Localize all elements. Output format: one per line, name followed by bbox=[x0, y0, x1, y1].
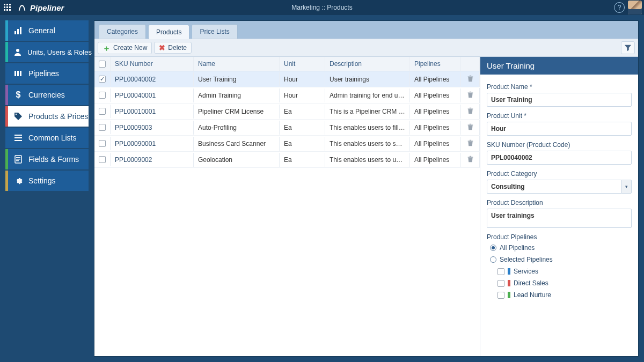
trash-icon[interactable] bbox=[467, 75, 474, 84]
color-chip bbox=[508, 280, 510, 286]
sidebar-item-currencies[interactable]: $ Currencies bbox=[5, 85, 89, 105]
svg-rect-9 bbox=[14, 31, 16, 34]
svg-rect-19 bbox=[14, 140, 22, 141]
cell-desc: User trainings bbox=[325, 72, 410, 86]
svg-rect-15 bbox=[20, 71, 21, 76]
label-product-unit: Product Unit * bbox=[487, 112, 632, 120]
sidebar-item-label: Currencies bbox=[28, 91, 65, 99]
sidebar-item-units-users-roles[interactable]: Units, Users & Roles bbox=[5, 42, 89, 62]
pipeline-checkbox-services[interactable]: Services bbox=[487, 267, 632, 276]
description-field[interactable] bbox=[487, 209, 632, 228]
row-checkbox[interactable] bbox=[99, 92, 106, 99]
user-avatar[interactable] bbox=[628, 1, 642, 14]
tab-products[interactable]: Products bbox=[148, 25, 189, 39]
svg-rect-3 bbox=[4, 6, 5, 8]
gear-icon bbox=[13, 176, 23, 185]
cell-desc: This enables users to fill acco… bbox=[325, 121, 410, 135]
currency-icon: $ bbox=[13, 90, 23, 100]
cell-sku: PPL00040002 bbox=[111, 72, 194, 86]
column-sku[interactable]: SKU Number bbox=[111, 57, 194, 71]
svg-point-12 bbox=[16, 49, 19, 52]
sidebar-item-general[interactable]: General bbox=[5, 20, 89, 41]
label-category: Product Category bbox=[487, 170, 632, 178]
tab-categories[interactable]: Categories bbox=[99, 24, 146, 39]
checkbox-icon bbox=[497, 280, 504, 287]
create-new-button[interactable]: ＋ Create New bbox=[98, 42, 152, 54]
column-description[interactable]: Description bbox=[325, 57, 410, 71]
chevron-down-icon[interactable]: ▾ bbox=[621, 180, 632, 194]
cell-name: Pipeliner CRM License bbox=[194, 105, 280, 119]
label-product-name: Product Name * bbox=[487, 83, 632, 91]
sidebar-item-label: Common Lists bbox=[28, 134, 76, 142]
product-unit-field[interactable] bbox=[487, 122, 632, 136]
product-name-field[interactable] bbox=[487, 93, 632, 107]
column-name[interactable]: Name bbox=[194, 57, 280, 71]
svg-rect-7 bbox=[6, 9, 8, 11]
sidebar-item-products-prices[interactable]: Products & Prices bbox=[5, 106, 89, 127]
delete-button[interactable]: ✖ Delete bbox=[154, 42, 192, 54]
pipeline-icon bbox=[13, 69, 23, 78]
row-checkbox[interactable] bbox=[99, 108, 106, 115]
table-row[interactable]: PPL00010001 Pipeliner CRM License Ea Thi… bbox=[94, 104, 480, 120]
select-all-checkbox[interactable] bbox=[99, 61, 106, 68]
radio-icon bbox=[490, 256, 496, 263]
funnel-icon bbox=[624, 44, 632, 51]
cell-unit: Ea bbox=[280, 137, 325, 151]
svg-rect-22 bbox=[16, 159, 20, 160]
row-checkbox[interactable] bbox=[99, 124, 106, 131]
cell-desc: This enables users to use Go… bbox=[325, 153, 410, 167]
sidebar-item-common-lists[interactable]: Common Lists bbox=[5, 128, 89, 148]
table-row[interactable]: PPL0009002 Geolocation Ea This enables u… bbox=[94, 152, 480, 168]
tab-price-lists[interactable]: Price Lists bbox=[192, 24, 237, 39]
svg-rect-10 bbox=[17, 29, 19, 34]
svg-rect-4 bbox=[6, 6, 8, 8]
column-pipelines[interactable]: Pipelines bbox=[410, 57, 461, 71]
cell-desc: Admin training for end users. … bbox=[325, 88, 410, 102]
trash-icon[interactable] bbox=[467, 107, 474, 116]
table-row[interactable]: PPL00090001 Business Card Scanner Ea Thi… bbox=[94, 136, 480, 152]
pipeline-checkbox-direct-sales[interactable]: Direct Sales bbox=[487, 278, 632, 288]
cell-pipe: All Pipelines bbox=[410, 105, 461, 119]
row-checkbox[interactable] bbox=[99, 140, 106, 147]
column-unit[interactable]: Unit bbox=[280, 57, 325, 71]
radio-icon bbox=[490, 245, 496, 251]
sidebar-item-pipelines[interactable]: Pipelines bbox=[5, 63, 89, 84]
tabs: Categories Products Price Lists bbox=[94, 21, 638, 39]
filter-button[interactable] bbox=[621, 41, 635, 54]
cell-unit: Ea bbox=[280, 153, 325, 167]
table-row[interactable]: PPL00040001 Admin Training Hour Admin tr… bbox=[94, 87, 480, 104]
help-icon[interactable]: ? bbox=[614, 2, 625, 13]
cell-pipe: All Pipelines bbox=[410, 137, 461, 151]
radio-all-pipelines[interactable]: All Pipelines bbox=[487, 243, 632, 253]
pipeline-label: Direct Sales bbox=[514, 279, 548, 287]
sidebar-item-fields-forms[interactable]: Fields & Forms bbox=[5, 149, 89, 169]
plus-icon: ＋ bbox=[103, 44, 111, 52]
cell-sku: PPL0009002 bbox=[111, 153, 194, 167]
trash-icon[interactable] bbox=[467, 139, 474, 148]
cell-unit: Ea bbox=[280, 105, 325, 119]
sidebar-item-label: Pipelines bbox=[28, 69, 59, 78]
pipeline-label: Services bbox=[514, 268, 538, 275]
cell-desc: This is a Pipeliner CRM licens… bbox=[325, 105, 410, 119]
category-select[interactable] bbox=[487, 180, 621, 194]
row-checkbox[interactable] bbox=[99, 156, 106, 163]
svg-rect-6 bbox=[4, 9, 5, 11]
svg-point-16 bbox=[16, 114, 17, 115]
svg-rect-13 bbox=[14, 71, 16, 76]
sidebar-item-settings[interactable]: Settings bbox=[5, 171, 89, 191]
delete-x-icon: ✖ bbox=[159, 44, 165, 51]
sidebar-item-label: Fields & Forms bbox=[28, 155, 79, 164]
svg-rect-1 bbox=[6, 4, 8, 5]
trash-icon[interactable] bbox=[467, 156, 474, 164]
sku-field[interactable] bbox=[487, 151, 632, 165]
trash-icon[interactable] bbox=[467, 123, 474, 132]
row-checkbox[interactable] bbox=[99, 76, 106, 83]
table-row[interactable]: PPL00040002 User Training Hour User trai… bbox=[94, 71, 480, 87]
cell-name: User Training bbox=[194, 72, 280, 86]
detail-panel: User Training Product Name * Product Uni… bbox=[480, 57, 638, 356]
trash-icon[interactable] bbox=[467, 91, 474, 100]
pipeline-checkbox-lead-nurture[interactable]: Lead Nurture bbox=[487, 290, 632, 300]
radio-selected-pipelines[interactable]: Selected Pipelines bbox=[487, 255, 632, 264]
table-row[interactable]: PPL0009003 Auto-Profiling Ea This enable… bbox=[94, 120, 480, 136]
apps-menu-icon[interactable] bbox=[0, 0, 15, 15]
